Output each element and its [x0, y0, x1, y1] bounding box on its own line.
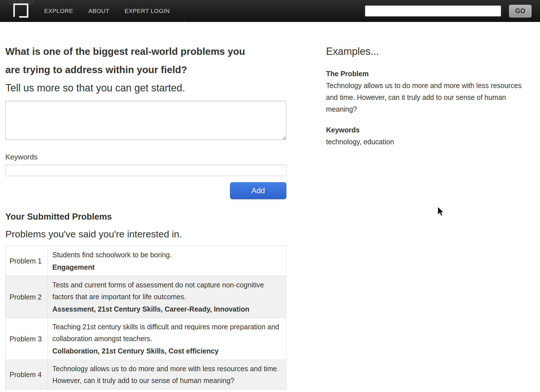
problem-form-column: What is one of the biggest real-world pr… [5, 42, 286, 389]
table-row: Problem 1 Students find schoolwork to be… [6, 246, 286, 276]
problem-description: Tests and current forms of assessment do… [52, 279, 282, 303]
table-row: Problem 3 Teaching 21st century skills i… [6, 318, 286, 360]
problem-textarea-wrap [5, 101, 286, 141]
submitted-problems-heading: Your Submitted Problems [5, 209, 286, 225]
problem-description: Technology allows us to do more and more… [52, 363, 282, 386]
question-heading: What is one of the biggest real-world pr… [5, 42, 259, 79]
problem-label-cell: Problem 3 [6, 318, 48, 360]
problem-label-cell: Problem 2 [6, 276, 48, 318]
example-keywords-block: Keywords technology, education [326, 124, 523, 148]
example-keywords-label: Keywords [326, 124, 523, 136]
question-subtitle: Tell us more so that you can get started… [5, 79, 286, 97]
keywords-input[interactable] [5, 165, 286, 176]
main-content: What is one of the biggest real-world pr… [0, 22, 540, 392]
nav-item-about[interactable]: ABOUT [81, 0, 117, 22]
nav-links: EXPLORE ABOUT EXPERT LOGIN [37, 0, 185, 22]
problem-body-cell: Technology allows us to do more and more… [48, 360, 286, 389]
problem-keywords: Engagement [52, 261, 282, 273]
example-problem-text: Technology allows us to do more and more… [326, 80, 523, 115]
nav-divider [185, 0, 185, 22]
problem-label-cell: Problem 1 [6, 246, 48, 276]
problem-description: Teaching 21st century skills is difficul… [52, 321, 282, 344]
open-square-icon [13, 3, 29, 19]
go-button[interactable]: GO [509, 5, 532, 17]
problem-body-cell: Tests and current forms of assessment do… [48, 276, 286, 318]
nav-item-expert-login[interactable]: EXPERT LOGIN [117, 0, 177, 22]
table-row: Problem 2 Tests and current forms of ass… [6, 276, 286, 318]
navbar: brand EXPLORE ABOUT EXPERT LOGIN GO [0, 0, 540, 22]
keywords-label: Keywords [5, 153, 286, 161]
problem-description: Students find schoolwork to be boring. [52, 249, 282, 261]
add-button[interactable]: Add [230, 182, 286, 199]
examples-heading: Examples... [326, 42, 523, 60]
search-input[interactable] [365, 5, 501, 17]
table-row: Problem 4 Technology allows us to do mor… [6, 360, 286, 389]
problem-textarea[interactable] [5, 101, 286, 140]
submitted-problems-table: Problem 1 Students find schoolwork to be… [5, 246, 286, 389]
brand-logo[interactable]: brand [8, 0, 36, 22]
submitted-problems-subtitle: Problems you've said you're interested i… [5, 225, 286, 243]
examples-column: Examples... The Problem Technology allow… [326, 42, 523, 148]
problem-body-cell: Students find schoolwork to be boring. E… [48, 246, 286, 276]
problem-keywords: Collaboration, 21st Century Skills, Cost… [52, 345, 282, 357]
example-problem-label: The Problem [326, 68, 523, 80]
example-keywords-text: technology, education [326, 136, 523, 148]
problem-keywords: Assessment, 21st Century Skills, Career-… [52, 303, 282, 315]
problem-label-cell: Problem 4 [6, 360, 48, 389]
problem-body-cell: Teaching 21st century skills is difficul… [48, 318, 286, 360]
nav-search: GO [365, 0, 532, 22]
nav-item-explore[interactable]: EXPLORE [37, 0, 81, 22]
example-problem-block: The Problem Technology allows us to do m… [326, 68, 523, 115]
mouse-cursor-icon [437, 206, 445, 218]
